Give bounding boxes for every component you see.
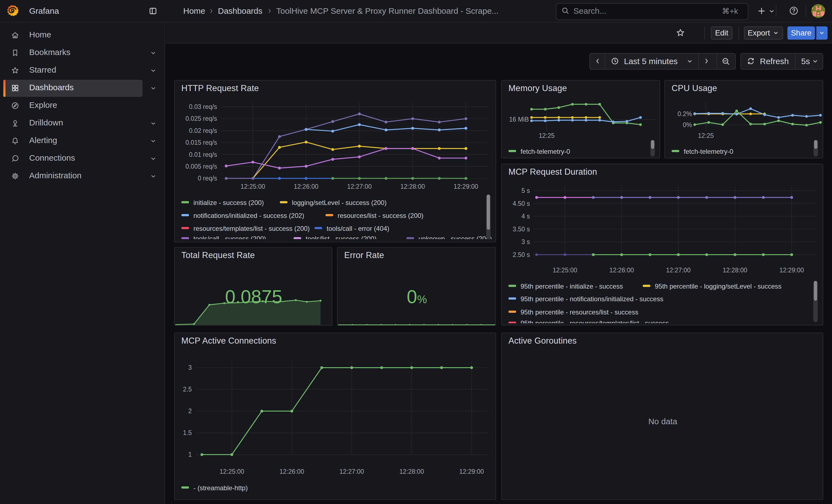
svg-text:0%: 0% [683,121,692,129]
svg-text:0.2%: 0.2% [678,110,692,117]
svg-text:3: 3 [188,364,192,371]
svg-text:5 s: 5 s [521,187,530,194]
svg-text:4.50 s: 4.50 s [513,200,530,207]
svg-text:12:25: 12:25 [539,132,555,139]
svg-text:12:28:00: 12:28:00 [723,267,748,274]
svg-text:12:26:00: 12:26:00 [294,183,319,190]
svg-text:12:28:00: 12:28:00 [399,468,424,475]
svg-text:12:25:00: 12:25:00 [219,468,244,475]
svg-text:2: 2 [188,407,192,415]
svg-text:0.015 req/s: 0.015 req/s [185,139,217,146]
svg-text:3 s: 3 s [521,238,530,245]
svg-text:1.5: 1.5 [183,429,192,436]
svg-text:12:26:00: 12:26:00 [280,468,304,475]
svg-text:0.01 req/s: 0.01 req/s [189,151,217,158]
svg-text:0.02 req/s: 0.02 req/s [189,127,217,134]
svg-text:0.025 req/s: 0.025 req/s [185,115,217,122]
svg-text:12:25: 12:25 [698,132,714,139]
svg-text:12:25:00: 12:25:00 [553,267,577,274]
svg-text:12:27:00: 12:27:00 [339,468,364,475]
svg-text:12:25:00: 12:25:00 [240,183,265,190]
svg-text:2.50 s: 2.50 s [513,251,530,258]
svg-text:2.5: 2.5 [183,386,192,393]
svg-text:0.03 req/s: 0.03 req/s [189,103,217,110]
svg-text:12:26:00: 12:26:00 [609,267,634,274]
svg-text:12:29:00: 12:29:00 [459,468,484,475]
svg-text:16 MiB: 16 MiB [509,116,529,123]
svg-text:3.50 s: 3.50 s [513,226,530,233]
svg-text:12:27:00: 12:27:00 [666,267,691,274]
svg-text:12:29:00: 12:29:00 [454,183,478,190]
svg-text:12:29:00: 12:29:00 [779,267,804,274]
svg-text:4 s: 4 s [521,213,530,220]
svg-text:0 req/s: 0 req/s [198,175,217,182]
svg-text:0.005 req/s: 0.005 req/s [185,163,217,170]
svg-text:12:27:00: 12:27:00 [347,183,372,190]
svg-text:1: 1 [188,451,192,458]
svg-text:12:28:00: 12:28:00 [400,183,425,190]
